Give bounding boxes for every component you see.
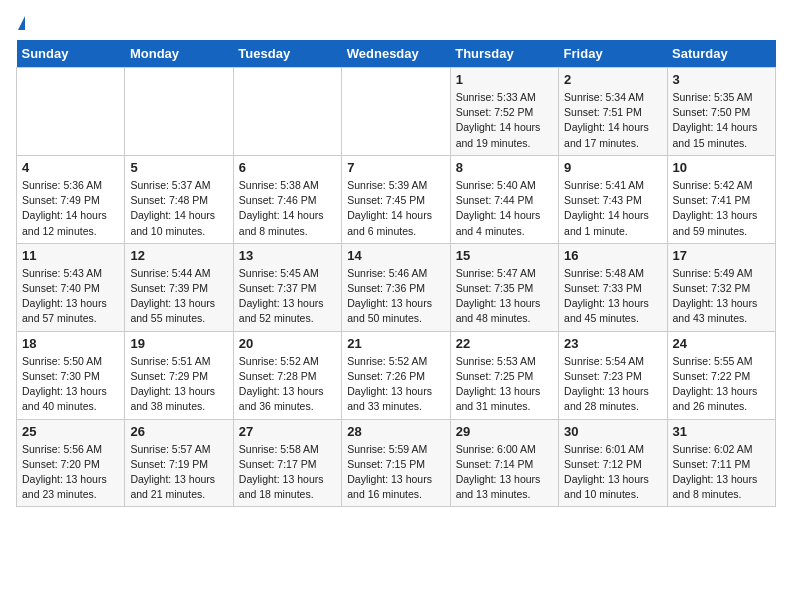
calendar-week-row: 18Sunrise: 5:50 AM Sunset: 7:30 PM Dayli… — [17, 331, 776, 419]
day-number: 18 — [22, 336, 119, 351]
calendar-cell: 20Sunrise: 5:52 AM Sunset: 7:28 PM Dayli… — [233, 331, 341, 419]
day-info: Sunrise: 5:47 AM Sunset: 7:35 PM Dayligh… — [456, 266, 553, 327]
day-info: Sunrise: 5:58 AM Sunset: 7:17 PM Dayligh… — [239, 442, 336, 503]
day-number: 23 — [564, 336, 661, 351]
day-number: 10 — [673, 160, 770, 175]
day-number: 16 — [564, 248, 661, 263]
calendar-cell: 9Sunrise: 5:41 AM Sunset: 7:43 PM Daylig… — [559, 155, 667, 243]
day-info: Sunrise: 5:37 AM Sunset: 7:48 PM Dayligh… — [130, 178, 227, 239]
day-info: Sunrise: 5:46 AM Sunset: 7:36 PM Dayligh… — [347, 266, 444, 327]
calendar-week-row: 1Sunrise: 5:33 AM Sunset: 7:52 PM Daylig… — [17, 68, 776, 156]
day-info: Sunrise: 5:34 AM Sunset: 7:51 PM Dayligh… — [564, 90, 661, 151]
day-info: Sunrise: 5:45 AM Sunset: 7:37 PM Dayligh… — [239, 266, 336, 327]
calendar-cell: 31Sunrise: 6:02 AM Sunset: 7:11 PM Dayli… — [667, 419, 775, 507]
day-info: Sunrise: 5:33 AM Sunset: 7:52 PM Dayligh… — [456, 90, 553, 151]
day-info: Sunrise: 5:52 AM Sunset: 7:28 PM Dayligh… — [239, 354, 336, 415]
day-number: 20 — [239, 336, 336, 351]
calendar-cell: 1Sunrise: 5:33 AM Sunset: 7:52 PM Daylig… — [450, 68, 558, 156]
calendar-cell: 14Sunrise: 5:46 AM Sunset: 7:36 PM Dayli… — [342, 243, 450, 331]
calendar-cell: 12Sunrise: 5:44 AM Sunset: 7:39 PM Dayli… — [125, 243, 233, 331]
calendar-cell: 28Sunrise: 5:59 AM Sunset: 7:15 PM Dayli… — [342, 419, 450, 507]
day-number: 21 — [347, 336, 444, 351]
day-info: Sunrise: 5:44 AM Sunset: 7:39 PM Dayligh… — [130, 266, 227, 327]
calendar-cell: 27Sunrise: 5:58 AM Sunset: 7:17 PM Dayli… — [233, 419, 341, 507]
day-info: Sunrise: 5:35 AM Sunset: 7:50 PM Dayligh… — [673, 90, 770, 151]
logo-icon — [18, 16, 25, 30]
day-number: 12 — [130, 248, 227, 263]
calendar-cell: 25Sunrise: 5:56 AM Sunset: 7:20 PM Dayli… — [17, 419, 125, 507]
day-header-friday: Friday — [559, 40, 667, 68]
calendar-cell: 10Sunrise: 5:42 AM Sunset: 7:41 PM Dayli… — [667, 155, 775, 243]
day-header-sunday: Sunday — [17, 40, 125, 68]
day-info: Sunrise: 5:38 AM Sunset: 7:46 PM Dayligh… — [239, 178, 336, 239]
calendar-week-row: 11Sunrise: 5:43 AM Sunset: 7:40 PM Dayli… — [17, 243, 776, 331]
day-number: 1 — [456, 72, 553, 87]
day-number: 2 — [564, 72, 661, 87]
day-info: Sunrise: 5:41 AM Sunset: 7:43 PM Dayligh… — [564, 178, 661, 239]
day-number: 15 — [456, 248, 553, 263]
day-info: Sunrise: 5:54 AM Sunset: 7:23 PM Dayligh… — [564, 354, 661, 415]
day-info: Sunrise: 5:43 AM Sunset: 7:40 PM Dayligh… — [22, 266, 119, 327]
day-info: Sunrise: 5:56 AM Sunset: 7:20 PM Dayligh… — [22, 442, 119, 503]
day-number: 14 — [347, 248, 444, 263]
day-info: Sunrise: 6:02 AM Sunset: 7:11 PM Dayligh… — [673, 442, 770, 503]
day-info: Sunrise: 5:50 AM Sunset: 7:30 PM Dayligh… — [22, 354, 119, 415]
day-number: 28 — [347, 424, 444, 439]
day-number: 8 — [456, 160, 553, 175]
day-number: 7 — [347, 160, 444, 175]
day-info: Sunrise: 5:42 AM Sunset: 7:41 PM Dayligh… — [673, 178, 770, 239]
calendar-cell: 21Sunrise: 5:52 AM Sunset: 7:26 PM Dayli… — [342, 331, 450, 419]
day-header-tuesday: Tuesday — [233, 40, 341, 68]
calendar-cell — [17, 68, 125, 156]
page-header — [16, 16, 776, 30]
calendar-cell: 13Sunrise: 5:45 AM Sunset: 7:37 PM Dayli… — [233, 243, 341, 331]
day-info: Sunrise: 5:36 AM Sunset: 7:49 PM Dayligh… — [22, 178, 119, 239]
day-info: Sunrise: 5:57 AM Sunset: 7:19 PM Dayligh… — [130, 442, 227, 503]
day-header-thursday: Thursday — [450, 40, 558, 68]
day-number: 31 — [673, 424, 770, 439]
day-number: 22 — [456, 336, 553, 351]
calendar-cell: 16Sunrise: 5:48 AM Sunset: 7:33 PM Dayli… — [559, 243, 667, 331]
calendar-cell: 3Sunrise: 5:35 AM Sunset: 7:50 PM Daylig… — [667, 68, 775, 156]
calendar-body: 1Sunrise: 5:33 AM Sunset: 7:52 PM Daylig… — [17, 68, 776, 507]
day-info: Sunrise: 6:00 AM Sunset: 7:14 PM Dayligh… — [456, 442, 553, 503]
calendar-cell: 5Sunrise: 5:37 AM Sunset: 7:48 PM Daylig… — [125, 155, 233, 243]
day-number: 11 — [22, 248, 119, 263]
calendar-cell — [342, 68, 450, 156]
day-info: Sunrise: 5:59 AM Sunset: 7:15 PM Dayligh… — [347, 442, 444, 503]
day-number: 19 — [130, 336, 227, 351]
day-info: Sunrise: 5:48 AM Sunset: 7:33 PM Dayligh… — [564, 266, 661, 327]
day-header-wednesday: Wednesday — [342, 40, 450, 68]
calendar-week-row: 4Sunrise: 5:36 AM Sunset: 7:49 PM Daylig… — [17, 155, 776, 243]
calendar-cell: 29Sunrise: 6:00 AM Sunset: 7:14 PM Dayli… — [450, 419, 558, 507]
day-number: 9 — [564, 160, 661, 175]
calendar-cell: 22Sunrise: 5:53 AM Sunset: 7:25 PM Dayli… — [450, 331, 558, 419]
day-info: Sunrise: 6:01 AM Sunset: 7:12 PM Dayligh… — [564, 442, 661, 503]
day-info: Sunrise: 5:52 AM Sunset: 7:26 PM Dayligh… — [347, 354, 444, 415]
day-number: 27 — [239, 424, 336, 439]
calendar-header-row: SundayMondayTuesdayWednesdayThursdayFrid… — [17, 40, 776, 68]
calendar-cell: 4Sunrise: 5:36 AM Sunset: 7:49 PM Daylig… — [17, 155, 125, 243]
day-info: Sunrise: 5:51 AM Sunset: 7:29 PM Dayligh… — [130, 354, 227, 415]
day-info: Sunrise: 5:49 AM Sunset: 7:32 PM Dayligh… — [673, 266, 770, 327]
day-header-monday: Monday — [125, 40, 233, 68]
calendar-cell: 26Sunrise: 5:57 AM Sunset: 7:19 PM Dayli… — [125, 419, 233, 507]
day-number: 4 — [22, 160, 119, 175]
calendar-cell: 15Sunrise: 5:47 AM Sunset: 7:35 PM Dayli… — [450, 243, 558, 331]
day-number: 26 — [130, 424, 227, 439]
calendar-cell: 17Sunrise: 5:49 AM Sunset: 7:32 PM Dayli… — [667, 243, 775, 331]
calendar-cell: 18Sunrise: 5:50 AM Sunset: 7:30 PM Dayli… — [17, 331, 125, 419]
calendar-week-row: 25Sunrise: 5:56 AM Sunset: 7:20 PM Dayli… — [17, 419, 776, 507]
day-number: 5 — [130, 160, 227, 175]
calendar-cell — [125, 68, 233, 156]
day-number: 17 — [673, 248, 770, 263]
day-number: 30 — [564, 424, 661, 439]
calendar-cell: 8Sunrise: 5:40 AM Sunset: 7:44 PM Daylig… — [450, 155, 558, 243]
logo — [16, 16, 25, 30]
day-number: 29 — [456, 424, 553, 439]
day-number: 25 — [22, 424, 119, 439]
calendar-cell: 23Sunrise: 5:54 AM Sunset: 7:23 PM Dayli… — [559, 331, 667, 419]
calendar-cell: 24Sunrise: 5:55 AM Sunset: 7:22 PM Dayli… — [667, 331, 775, 419]
calendar-cell: 19Sunrise: 5:51 AM Sunset: 7:29 PM Dayli… — [125, 331, 233, 419]
day-header-saturday: Saturday — [667, 40, 775, 68]
